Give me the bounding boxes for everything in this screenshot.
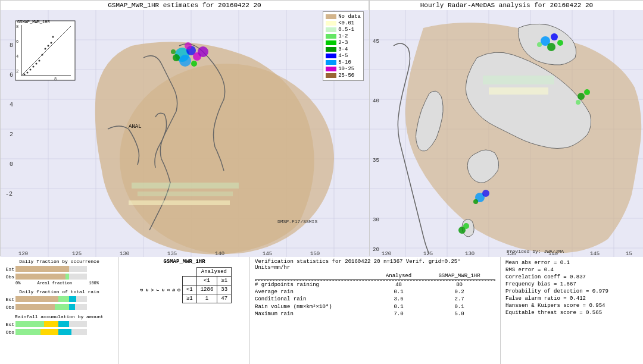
svg-text:0: 0 [10, 161, 13, 168]
bottom-stats: Verification statistics for 20160422 20 … [250, 256, 500, 364]
svg-point-95 [557, 40, 563, 46]
svg-text:6: 6 [16, 39, 18, 44]
svg-text:ANAL: ANAL [129, 124, 142, 130]
ver-row2-v1: 0.1 [374, 288, 423, 296]
axis-end: 100% [89, 281, 99, 285]
ver-row5-v2: 5.0 [423, 310, 495, 318]
obs-label3: Obs [2, 330, 14, 335]
svg-text:4: 4 [16, 54, 18, 59]
contingency-r1c1: 1286 [196, 285, 217, 294]
bottom-charts: Daily fraction by occurrence Est Obs 0% … [0, 256, 119, 364]
svg-point-44 [39, 60, 40, 62]
svg-text:2: 2 [10, 131, 13, 138]
svg-text:DMSP-F17/SSMIS: DMSP-F17/SSMIS [277, 219, 317, 224]
right-map-svg: 45 40 35 30 20 120 125 130 135 140 145 1… [370, 10, 643, 257]
svg-point-99 [576, 100, 580, 105]
ver-row1-label: # gridpoints raining [255, 281, 374, 288]
bottom-contingency: GSMAP_MWR_1HR Analysed Observed <1 ≥1 <1… [119, 256, 250, 364]
occurrence-chart: Est Obs 0% Areal fraction 100% [2, 265, 116, 285]
svg-point-47 [48, 45, 49, 47]
svg-point-43 [36, 63, 38, 65]
stat-line-6: False alarm ratio = 0.412 [505, 296, 638, 302]
legend: No data <0.01 0.5-1 1-2 2-3 3-4 4-5 5-10… [323, 11, 364, 81]
est-label1: Est [2, 266, 14, 272]
svg-rect-33 [138, 192, 233, 196]
svg-text:130: 130 [120, 251, 129, 257]
stat-line-5: Probability of detection = 0.979 [505, 288, 638, 294]
svg-point-102 [473, 199, 478, 204]
svg-point-42 [33, 66, 35, 68]
ver-row5-v1: 7.0 [374, 310, 423, 318]
svg-text:-2: -2 [5, 191, 13, 197]
accumulation-title: Rainfall accumulation by amount [2, 314, 116, 319]
svg-point-104 [463, 223, 469, 229]
contingency-r2c1: 1 [196, 294, 217, 303]
ver-row4-v1: 0.1 [374, 303, 423, 310]
svg-text:120: 120 [382, 251, 391, 257]
stat-line-1: Mean abs error = 0.1 [505, 260, 638, 266]
stat-line-8: Equitable threat score = 0.565 [505, 310, 638, 316]
svg-text:140: 140 [215, 251, 224, 257]
bottom-section: Daily fraction by occurrence Est Obs 0% … [0, 256, 643, 364]
axis-mid: Areal fraction [37, 281, 72, 285]
ver-row2-label: Average rain [255, 288, 374, 296]
svg-text:145: 145 [590, 251, 600, 257]
ver-row3-label: Conditional rain [255, 296, 374, 303]
right-map-container: Hourly Radar-AMeDAS analysis for 2016042… [369, 0, 643, 256]
contingency-table: Analysed Observed <1 ≥1 <1 1286 33 ≥1 1 … [137, 267, 232, 303]
contingency-r2c2: 47 [217, 294, 232, 303]
est-label2: Est [2, 297, 14, 302]
svg-text:6: 6 [10, 72, 13, 79]
svg-point-41 [30, 69, 32, 71]
svg-rect-32 [132, 183, 239, 189]
svg-text:120: 120 [18, 251, 28, 257]
svg-text:GSMAP_MWR_1HR: GSMAP_MWR_1HR [17, 20, 50, 24]
svg-rect-35 [15, 21, 75, 80]
svg-point-49 [52, 36, 54, 38]
svg-point-96 [537, 42, 542, 47]
svg-text:135: 135 [167, 251, 177, 257]
svg-point-28 [198, 46, 208, 57]
svg-point-48 [51, 42, 52, 44]
occurrence-chart-title: Daily fraction by occurrence [2, 259, 116, 264]
ver-row4-v2: 0.1 [423, 303, 495, 310]
left-map-svg: 8 6 4 2 0 -2 [1, 10, 370, 257]
svg-point-46 [45, 48, 46, 50]
axis-start: 0% [15, 281, 20, 285]
contingency-r1c2: 33 [217, 285, 232, 294]
svg-point-26 [179, 55, 191, 67]
svg-text:8: 8 [10, 42, 13, 49]
svg-point-97 [578, 93, 585, 100]
svg-rect-105 [483, 76, 554, 84]
svg-point-31 [171, 49, 176, 54]
obs-label1: Obs [2, 274, 14, 280]
svg-point-101 [482, 190, 489, 197]
svg-text:2: 2 [16, 69, 18, 74]
svg-text:150: 150 [310, 251, 320, 257]
svg-rect-106 [489, 87, 548, 95]
accumulation-chart: Est Obs [2, 321, 116, 335]
ver-row3-v2: 2.7 [423, 296, 495, 303]
svg-text:15: 15 [626, 251, 632, 257]
ver-row2-v2: 0.2 [423, 288, 495, 296]
svg-point-94 [547, 43, 555, 51]
svg-text:125: 125 [72, 251, 82, 257]
left-map-title: GSMAP_MWR_1HR estimates for 20160422 20 [1, 1, 369, 10]
svg-point-40 [27, 72, 29, 74]
svg-text:4: 4 [10, 102, 13, 108]
stat-line-4: Frequency bias = 1.667 [505, 281, 638, 287]
svg-text:8: 8 [54, 77, 57, 81]
ver-row4-label: Rain volume (mm×km²×10⁴) [255, 303, 374, 310]
svg-point-45 [42, 54, 43, 56]
ver-header-gsmap: GSMAP_MWR_1HR [423, 273, 495, 280]
svg-text:30: 30 [373, 217, 379, 223]
svg-point-93 [551, 33, 558, 40]
ver-row5-label: Maximum rain [255, 310, 374, 318]
est-label3: Est [2, 322, 14, 327]
rain-chart: Est Obs [2, 296, 116, 310]
ver-header-analysed: Analysed [374, 273, 423, 280]
verification-title: Verification statistics for 20160422 20 … [255, 259, 495, 271]
ver-row3-v1: 3.6 [374, 296, 423, 303]
right-map-title: Hourly Radar-AMeDAS analysis for 2016042… [370, 1, 643, 10]
obs-vertical-label: Observed [138, 288, 181, 291]
